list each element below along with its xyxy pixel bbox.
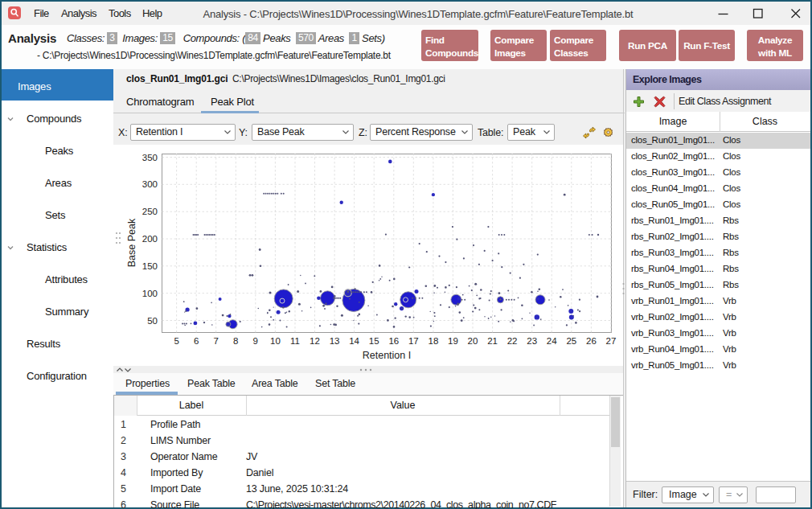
svg-text:9: 9: [253, 336, 258, 346]
svg-text:25: 25: [566, 336, 576, 346]
svg-text:100: 100: [142, 289, 158, 298]
svg-text:17: 17: [408, 336, 419, 346]
svg-text:Base Peak: Base Peak: [126, 218, 137, 267]
svg-text:15: 15: [369, 336, 379, 346]
svg-text:27: 27: [606, 336, 617, 346]
svg-text:23: 23: [527, 336, 537, 346]
svg-text:22: 22: [507, 336, 518, 346]
svg-text:11: 11: [290, 336, 300, 346]
svg-text:200: 200: [142, 234, 158, 244]
svg-text:16: 16: [388, 336, 399, 346]
svg-text:350: 350: [142, 153, 158, 162]
svg-text:14: 14: [349, 336, 359, 346]
svg-text:300: 300: [142, 179, 158, 189]
svg-text:24: 24: [547, 336, 557, 346]
svg-text:50: 50: [147, 316, 158, 326]
svg-text:10: 10: [270, 336, 281, 346]
svg-text:150: 150: [142, 261, 158, 271]
svg-text:12: 12: [310, 336, 320, 346]
svg-text:7: 7: [213, 336, 218, 346]
svg-text:20: 20: [468, 336, 478, 346]
svg-text:19: 19: [448, 336, 458, 346]
svg-text:250: 250: [142, 207, 158, 216]
svg-text:Retention I: Retention I: [363, 350, 411, 361]
svg-text:6: 6: [194, 336, 199, 346]
svg-text:13: 13: [330, 336, 340, 346]
svg-text:21: 21: [487, 336, 498, 346]
svg-text:5: 5: [174, 336, 178, 346]
svg-text:18: 18: [429, 336, 439, 346]
svg-text:26: 26: [586, 336, 597, 346]
svg-text:8: 8: [233, 336, 238, 346]
